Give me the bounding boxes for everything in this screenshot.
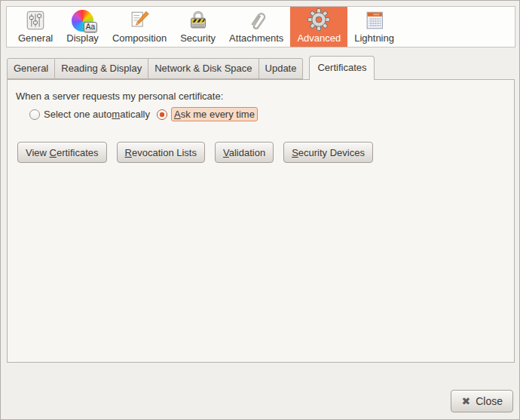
toolbar-item-label: Advanced: [297, 32, 341, 44]
revocation-lists-button[interactable]: Revocation Lists: [117, 142, 205, 163]
toolbar-item-label: General: [18, 32, 53, 44]
calendar-icon: [363, 9, 386, 32]
toolbar-item-label: Attachments: [229, 32, 283, 44]
category-toolbar: General Aa Display Composition: [6, 6, 515, 48]
compose-icon: [128, 9, 151, 32]
toolbar-item-composition[interactable]: Composition: [106, 7, 173, 47]
toolbar-item-lightning[interactable]: Lightning: [347, 7, 401, 47]
tab-label: Reading & Display: [61, 63, 142, 74]
tab-reading-display[interactable]: Reading & Display: [55, 58, 148, 79]
toolbar-item-general[interactable]: General: [11, 7, 60, 47]
close-button-label: Close: [476, 395, 503, 407]
toolbar-item-display[interactable]: Aa Display: [60, 7, 106, 47]
toolbar-item-attachments[interactable]: Attachments: [222, 7, 290, 47]
close-button[interactable]: ✖ Close: [451, 390, 513, 412]
radio-label-focused: Ask me every time: [171, 107, 258, 121]
radio-selected-icon[interactable]: [157, 109, 167, 120]
toolbar-item-advanced[interactable]: Advanced: [290, 7, 347, 47]
toolbar-item-label: Lightning: [354, 32, 394, 44]
toolbar-item-security[interactable]: Security: [173, 7, 222, 47]
radio-unselected-icon[interactable]: [29, 109, 40, 120]
advanced-tabstrip: General Reading & Display Network & Disk…: [7, 56, 375, 80]
tab-update[interactable]: Update: [259, 58, 304, 79]
toolbar-item-label: Display: [66, 32, 99, 44]
preferences-window: General Aa Display Composition: [0, 0, 520, 420]
padlock-icon: [187, 9, 210, 32]
tab-certificates[interactable]: Certificates: [309, 56, 375, 80]
tab-label: Network & Disk Space: [154, 63, 252, 74]
validation-button[interactable]: Validation: [215, 142, 274, 163]
toolbar-item-label: Security: [180, 32, 216, 44]
security-devices-button[interactable]: Security Devices: [283, 142, 373, 163]
personal-certificate-question: When a server requests my personal certi…: [8, 80, 514, 102]
certificates-panel: When a server requests my personal certi…: [7, 79, 515, 363]
sliders-icon: [24, 9, 47, 32]
tab-network-disk-space[interactable]: Network & Disk Space: [148, 58, 258, 79]
view-certificates-button[interactable]: View Certificates: [17, 142, 107, 163]
paperclip-icon: [245, 9, 268, 32]
aa-badge: Aa: [84, 22, 97, 32]
tab-label: Certificates: [317, 62, 366, 73]
gear-icon: [307, 8, 331, 32]
close-x-icon: ✖: [461, 395, 470, 407]
certificate-radio-row: Select one automatically Ask me every ti…: [29, 107, 514, 121]
radio-option-select-automatically[interactable]: Select one automatically: [29, 109, 150, 120]
color-wheel-icon: Aa: [72, 9, 93, 32]
tab-label: General: [14, 63, 48, 74]
tab-label: Update: [265, 63, 297, 74]
radio-option-ask-every-time[interactable]: Ask me every time: [157, 107, 258, 121]
tab-general[interactable]: General: [7, 58, 55, 79]
toolbar-item-label: Composition: [112, 32, 167, 44]
certificate-button-row: View Certificates Revocation Lists Valid…: [17, 142, 514, 163]
radio-label: Select one automatically: [44, 109, 150, 120]
